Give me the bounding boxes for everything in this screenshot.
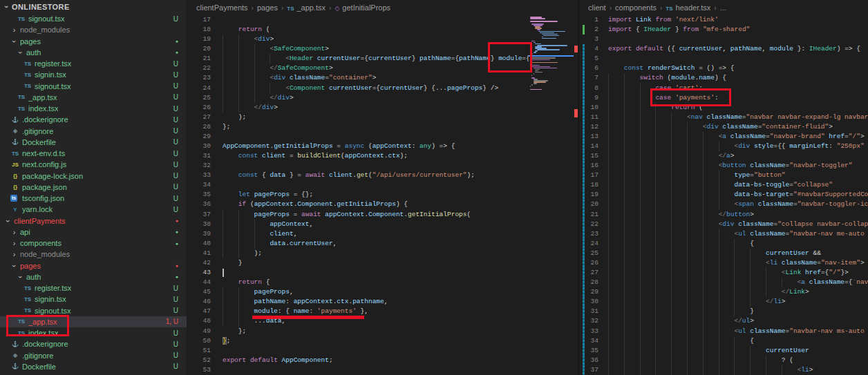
code-line[interactable]: 23 <div className="container">	[187, 73, 578, 83]
code-line[interactable]: 4export default ({ currentUser, pathName…	[579, 44, 868, 54]
code-line[interactable]: 21 </button>	[579, 210, 868, 220]
tree-item-clientPayments[interactable]: ›clientPayments●	[0, 215, 187, 227]
tree-item-signin.tsx[interactable]: TSsignin.tsxU	[0, 294, 187, 305]
code-line[interactable]: 28 <a className={`nav-link`}>Home</a>	[579, 278, 868, 287]
code-line[interactable]: 28};	[187, 122, 578, 132]
code-line[interactable]: 39 client,	[187, 229, 578, 239]
code-line[interactable]: 25 </div>	[187, 93, 578, 103]
tree-item-register.tsx[interactable]: TSregister.tsxU	[0, 58, 187, 69]
code-line[interactable]: 27 );	[187, 113, 578, 122]
code-line[interactable]: 53	[187, 365, 578, 375]
code-line[interactable]: 15 </a>	[579, 151, 868, 161]
code-line[interactable]: 14 <div style={{ marginLeft: "250px" }}>	[579, 142, 868, 151]
code-line[interactable]: 7 switch (module.name) {	[579, 73, 868, 83]
tree-item-pages[interactable]: ›pages●	[0, 36, 187, 47]
tree-item-next-env.d.ts[interactable]: TSnext-env.d.tsU	[0, 148, 187, 159]
code-line[interactable]: 44 return {	[187, 278, 578, 287]
tree-item-pages[interactable]: ›pages●	[0, 260, 187, 271]
code-line[interactable]: 29 </Link>	[579, 287, 868, 297]
breadcrumb-item[interactable]: clientPayments	[196, 3, 248, 12]
tree-item-next.config.js[interactable]: JSnext.config.jsU	[0, 159, 187, 170]
code-line[interactable]: 31 }	[579, 307, 868, 316]
code-line[interactable]: 50};	[187, 336, 578, 346]
breadcrumb-item[interactable]: ◇getInitialProps	[334, 3, 390, 12]
tree-item-.gitignore[interactable]: ◈.gitignoreU	[0, 350, 187, 361]
breadcrumb-item[interactable]: TSheader.tsx	[666, 3, 710, 12]
tree-item-yarn.lock[interactable]: Yyarn.lockU	[0, 204, 187, 215]
tree-item-api[interactable]: ›api●	[0, 227, 187, 238]
code-line[interactable]: 37 pageProps = await appContext.Componen…	[187, 210, 578, 220]
breadcrumb-item[interactable]: components	[615, 3, 657, 12]
tree-item-package.json[interactable]: {}package.jsonU	[0, 182, 187, 193]
code-line[interactable]: 23 <ul className="navbar-nav me-auto mb-…	[579, 229, 868, 239]
tree-item-components[interactable]: ›components●	[0, 238, 187, 249]
code-line[interactable]: 30AppComponent.getInitialProps = async (…	[187, 142, 578, 151]
tree-item-signout.tsx[interactable]: TSsignout.tsxU	[0, 13, 187, 24]
code-line[interactable]: 46 pathName: appContext.ctx.pathname,	[187, 297, 578, 307]
code-line[interactable]: 35 let pageProps = {};	[187, 190, 578, 200]
code-line[interactable]: 34 {	[579, 336, 868, 346]
tree-item-node_modules[interactable]: ›node_modules	[0, 249, 187, 260]
tree-item-_app.tsx[interactable]: TS_app.tsx1, U	[0, 316, 187, 327]
tree-item-signout.tsx[interactable]: TSsignout.tsxU	[0, 305, 187, 316]
code-line[interactable]: 20 <SafeComponent>	[187, 44, 578, 54]
tree-item-.gitignore[interactable]: ◈.gitignoreU	[0, 126, 187, 137]
code-line[interactable]: 19 <div>	[187, 35, 578, 44]
code-line[interactable]: 29	[187, 132, 578, 142]
tree-item-signin.tsx[interactable]: TSsignin.tsxU	[0, 69, 187, 80]
code-line[interactable]: 2import { IHeader } from "mfe-shared"	[579, 25, 868, 35]
code-line[interactable]: 8 case 'cart':	[579, 84, 868, 93]
code-line[interactable]: 37 <li>	[579, 365, 868, 375]
code-line[interactable]: 38 appContext,	[187, 220, 578, 229]
code-line[interactable]: 30 </li>	[579, 297, 868, 307]
code-line[interactable]: 32 </ul>	[579, 316, 868, 326]
code-line[interactable]: 6 const renderSwitch = () => {	[579, 64, 868, 73]
code-line[interactable]: 24 <Component currentUser={currentUser} …	[187, 84, 578, 93]
code-line[interactable]: 42 }	[187, 258, 578, 268]
code-line[interactable]: 51	[187, 346, 578, 356]
code-line[interactable]: 36 if (appContext.Component.getInitialPr…	[187, 200, 578, 209]
code-line[interactable]: 52export default AppComponent;	[187, 356, 578, 365]
code-line[interactable]: 43	[187, 268, 578, 278]
tree-item-.dockerignore[interactable]: ⚓.dockerignoreU	[0, 114, 187, 125]
code-line[interactable]: 13 <a className="navbar-brand" href="/">	[579, 132, 868, 142]
code-line[interactable]: 25 currentUser &&	[579, 249, 868, 258]
tree-item-_app.tsx[interactable]: TS_app.tsxU	[0, 92, 187, 103]
code-line[interactable]: 41 );	[187, 249, 578, 258]
code-line[interactable]: 21 <Header currentUser={currentUser} pat…	[187, 54, 578, 64]
code-line[interactable]: 10 return (	[579, 103, 868, 113]
code-line[interactable]: 40 data.currentUser,	[187, 239, 578, 249]
tree-item-Dockerfile[interactable]: ⚓DockerfileU	[0, 361, 187, 372]
tree-item-node_modules[interactable]: ›node_modules	[0, 24, 187, 35]
code-line[interactable]: 27 <Link href={"/"}>	[579, 268, 868, 278]
breadcrumb-item[interactable]: client	[588, 3, 606, 12]
code-line[interactable]: 16 <button className="navbar-toggler"	[579, 161, 868, 171]
tree-item-index.tsx[interactable]: TSindex.tsxU	[0, 103, 187, 114]
code-line[interactable]: 20 <span className="navbar-toggler-icon"…	[579, 200, 868, 209]
code-area-header-tsx[interactable]: 1import Link from 'next/link'2import { I…	[579, 15, 868, 375]
code-line[interactable]: 3	[579, 35, 868, 44]
project-root-header[interactable]: › ONLINESTORE	[0, 0, 187, 13]
code-line[interactable]: 24 {	[579, 239, 868, 249]
code-area-app-tsx[interactable]: 1718 return (19 <div>20 <SafeComponent>2…	[187, 15, 578, 375]
tree-item-Dockerfile[interactable]: ⚓DockerfileU	[0, 137, 187, 148]
code-line[interactable]: 26 <li className="nav-item">	[579, 258, 868, 268]
tree-item-index.tsx[interactable]: TSindex.tsxU	[0, 327, 187, 338]
code-line[interactable]: 18 return (	[187, 25, 578, 35]
code-line[interactable]: 48 ...data,	[187, 316, 578, 326]
breadcrumb-item[interactable]: pages	[257, 3, 278, 12]
code-line[interactable]: 17	[187, 15, 578, 25]
tree-item-.dockerignore[interactable]: ⚓.dockerignoreU	[0, 338, 187, 349]
breadcrumb-item[interactable]: ...	[720, 3, 726, 12]
code-line[interactable]: 12 <div className="container-fluid">	[579, 122, 868, 132]
code-line[interactable]: 18 data-bs-toggle="collapse"	[579, 180, 868, 190]
tree-item-package-lock.json[interactable]: {}package-lock.jsonU	[0, 171, 187, 182]
tree-item-tsconfig.json[interactable]: tstsconfig.jsonU	[0, 193, 187, 204]
code-line[interactable]: 33 <ul className="navbar-nav ms-auto mb-…	[579, 327, 868, 336]
breadcrumb-item[interactable]: TS_app.tsx	[287, 3, 326, 12]
code-line[interactable]: 11 <nav className="navbar navbar-expand-…	[579, 113, 868, 122]
code-line[interactable]: 9 case 'payments':	[579, 93, 868, 103]
code-line[interactable]: 1import Link from 'next/link'	[579, 15, 868, 25]
tree-item-register.tsx[interactable]: TSregister.tsxU	[0, 282, 187, 294]
code-line[interactable]: 45 pageProps,	[187, 287, 578, 297]
